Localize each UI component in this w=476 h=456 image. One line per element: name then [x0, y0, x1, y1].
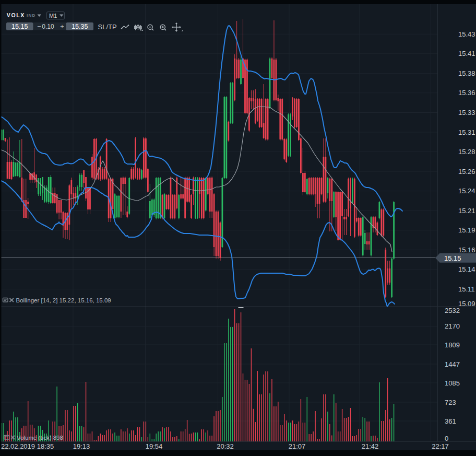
svg-text:2170: 2170	[445, 322, 460, 330]
svg-text:0.10: 0.10	[42, 23, 54, 30]
svg-text:1447: 1447	[445, 360, 460, 368]
svg-text:21:42: 21:42	[362, 442, 379, 450]
svg-text:2532: 2532	[445, 307, 460, 314]
svg-text:15.16: 15.16	[458, 246, 475, 254]
svg-text:22:17: 22:17	[432, 442, 449, 450]
svg-text:19:54: 19:54	[146, 442, 163, 450]
svg-text:15.14: 15.14	[458, 265, 475, 273]
svg-text:15.31: 15.31	[458, 128, 475, 136]
svg-text:15.28: 15.28	[458, 148, 475, 156]
svg-text:20:32: 20:32	[217, 442, 234, 450]
svg-text:15.35: 15.35	[72, 23, 88, 30]
svg-text:15.26: 15.26	[458, 168, 475, 176]
svg-text:15.33: 15.33	[458, 109, 475, 116]
svg-text:15.41: 15.41	[458, 50, 475, 57]
svg-text:−: −	[37, 22, 41, 30]
svg-text:+: +	[60, 22, 64, 30]
svg-text:15.24: 15.24	[458, 187, 475, 195]
svg-text:M1: M1	[49, 13, 57, 19]
svg-text:15.36: 15.36	[458, 89, 475, 97]
svg-text:15.38: 15.38	[458, 69, 475, 77]
svg-text:22.02.2019 18:35: 22.02.2019 18:35	[1, 442, 54, 450]
svg-text:15.09: 15.09	[458, 300, 475, 308]
svg-text:15.19: 15.19	[458, 226, 475, 234]
svg-text:15.15: 15.15	[11, 23, 28, 30]
svg-text:Bollinger [14, 2] 15.22, 15.16: Bollinger [14, 2] 15.22, 15.16, 15.09	[16, 297, 111, 303]
svg-text:15.21: 15.21	[458, 207, 475, 215]
svg-text:15.43: 15.43	[458, 30, 475, 38]
svg-text:15.15: 15.15	[444, 254, 461, 262]
svg-text:361: 361	[445, 417, 456, 425]
svg-text:SL/TP: SL/TP	[98, 23, 117, 31]
svg-text:VOLX: VOLX	[7, 12, 25, 18]
svg-text:21:07: 21:07	[289, 442, 306, 450]
svg-text:1085: 1085	[445, 379, 460, 387]
svg-text:723: 723	[445, 399, 456, 406]
svg-text:Volume (tick) 898: Volume (tick) 898	[17, 435, 63, 441]
svg-text:0: 0	[445, 435, 448, 442]
svg-text:19:13: 19:13	[73, 442, 90, 450]
svg-text:IND: IND	[27, 13, 35, 18]
svg-text:1809: 1809	[445, 341, 460, 349]
svg-text:15.11: 15.11	[458, 285, 475, 293]
